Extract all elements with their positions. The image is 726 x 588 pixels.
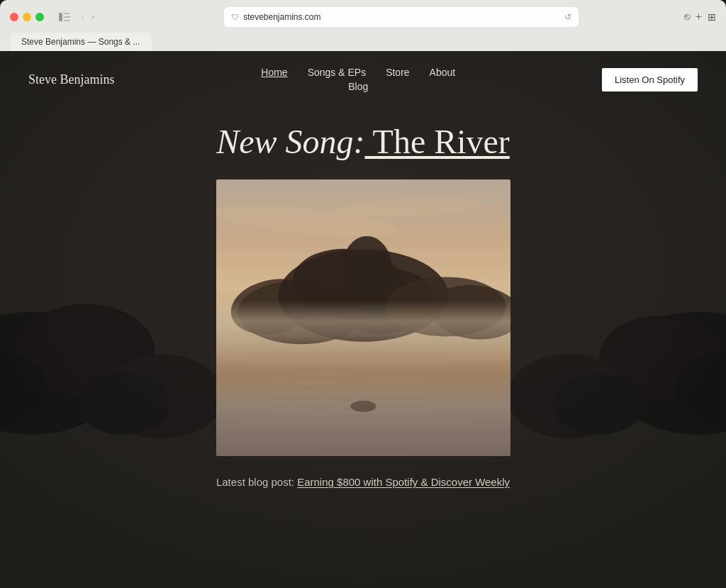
security-icon: 🛡 <box>231 13 239 21</box>
hero-title-plain: The River <box>364 123 509 160</box>
site-navigation: Home Songs & EPs Store About Blog <box>261 67 455 92</box>
hero-title: New Song: The River <box>216 122 510 161</box>
svg-rect-1 <box>64 13 70 14</box>
site-main: New Song: The River Latest blog post: Ea… <box>0 108 726 588</box>
toolbar-right: ⎋ + ⊞ <box>684 11 716 23</box>
back-icon[interactable]: ‹ <box>78 10 87 24</box>
svg-rect-3 <box>64 20 70 21</box>
nav-row-2: Blog <box>348 81 368 92</box>
hero-title-italic: New Song: <box>216 123 364 160</box>
svg-rect-2 <box>64 16 70 18</box>
new-tab-icon[interactable]: + <box>696 11 702 23</box>
back-forward-nav: ‹ › <box>78 10 97 24</box>
minimize-button[interactable] <box>23 13 31 21</box>
sidebar-toggle-icon[interactable] <box>55 10 74 24</box>
nav-songs-eps[interactable]: Songs & EPs <box>308 67 367 78</box>
address-bar[interactable]: 🛡 stevebenjamins.com ↺ <box>224 7 579 27</box>
nav-home[interactable]: Home <box>261 67 287 78</box>
website-body: Steve Benjamins Home Songs & EPs Store A… <box>0 51 726 588</box>
nav-about[interactable]: About <box>430 67 456 78</box>
nav-row-1: Home Songs & EPs Store About <box>261 67 455 78</box>
browser-chrome: ‹ › 🛡 stevebenjamins.com ↺ ⎋ + ⊞ Steve B… <box>0 0 726 51</box>
site-header: Steve Benjamins Home Songs & EPs Store A… <box>0 51 726 108</box>
tab-bar: Steve Benjamins — Songs & ... <box>10 33 716 51</box>
site-logo[interactable]: Steve Benjamins <box>28 72 114 87</box>
svg-rect-0 <box>59 13 62 21</box>
nav-blog[interactable]: Blog <box>348 81 368 92</box>
blog-post-prefix: Latest blog post: <box>216 476 297 488</box>
share-icon[interactable]: ⎋ <box>684 11 690 23</box>
close-button[interactable] <box>10 13 18 21</box>
nav-store[interactable]: Store <box>386 67 409 78</box>
nav-controls: ‹ › <box>55 10 97 24</box>
spotify-button[interactable]: Listen On Spotify <box>602 68 698 91</box>
reload-icon[interactable]: ↺ <box>564 12 571 23</box>
album-art-image[interactable] <box>216 179 510 456</box>
active-tab[interactable]: Steve Benjamins — Songs & ... <box>10 33 152 51</box>
window-controls <box>10 13 44 21</box>
tab-overview-icon[interactable]: ⊞ <box>708 11 716 23</box>
url-display: stevebenjamins.com <box>243 12 320 22</box>
maximize-button[interactable] <box>35 13 44 21</box>
forward-icon[interactable]: › <box>89 10 98 24</box>
titlebar: ‹ › 🛡 stevebenjamins.com ↺ ⎋ + ⊞ <box>10 7 716 27</box>
blog-post-link[interactable]: Earning $800 with Spotify & Discover Wee… <box>297 476 510 488</box>
blog-post-line: Latest blog post: Earning $800 with Spot… <box>216 476 510 488</box>
